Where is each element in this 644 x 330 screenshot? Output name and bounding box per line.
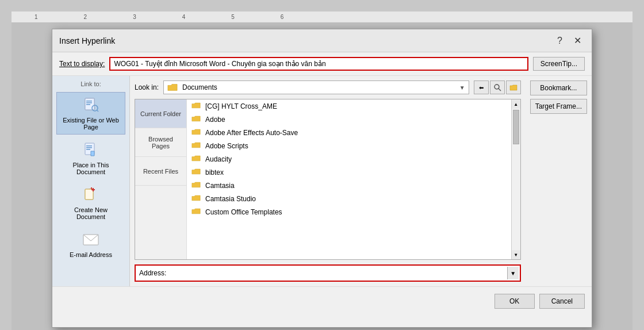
bottom-row: OK Cancel	[52, 286, 592, 313]
list-item[interactable]: Custom Office Templates	[187, 205, 511, 218]
svg-rect-4	[86, 104, 90, 105]
new-folder-icon	[509, 83, 518, 91]
list-item[interactable]: Camtasia	[187, 179, 511, 192]
file-browser: Current Folder Browsed Pages Recent File…	[135, 99, 521, 260]
content-right-panel: Look in: Documents ▼ ⬅	[130, 76, 526, 286]
address-label: Address:	[137, 269, 166, 277]
file-name: Camtasia Studio	[205, 195, 256, 203]
folder-icon	[191, 154, 201, 164]
help-button[interactable]: ?	[554, 34, 566, 47]
ruler: 1 2 3 4 5 6	[12, 11, 632, 23]
list-item[interactable]: bibtex	[187, 166, 511, 179]
folder-icon	[167, 83, 178, 92]
svg-rect-15	[85, 189, 93, 199]
toolbar-buttons: ⬅	[474, 80, 521, 94]
address-dropdown-arrow[interactable]: ▼	[507, 267, 519, 279]
existing-file-label: Existing File or Web Page	[59, 117, 122, 131]
email-label: E-mail Address	[70, 251, 112, 258]
nav-panel: Current Folder Browsed Pages Recent File…	[135, 99, 187, 259]
back-icon: ⬅	[477, 83, 485, 91]
svg-marker-11	[91, 151, 94, 156]
look-in-select[interactable]: Documents ▼	[163, 80, 469, 94]
file-name: Camtasia	[205, 182, 235, 190]
new-folder-button[interactable]	[506, 80, 521, 94]
scroll-thumb[interactable]	[513, 110, 519, 144]
screentip-button[interactable]: ScreenTip...	[533, 57, 585, 71]
svg-text:⬅: ⬅	[479, 85, 484, 91]
list-item[interactable]: Camtasia Studio	[187, 192, 511, 205]
address-row: Address: ▼	[135, 264, 521, 282]
sidebar-item-place-in-doc[interactable]: Place in This Document	[56, 137, 125, 179]
file-name: Custom Office Templates	[205, 208, 282, 216]
email-icon	[82, 231, 100, 249]
folder-icon	[191, 194, 201, 204]
svg-line-22	[499, 89, 501, 91]
svg-line-6	[97, 110, 98, 112]
nav-recent-files[interactable]: Recent Files	[135, 157, 186, 186]
nav-browsed-pages[interactable]: Browsed Pages	[135, 128, 186, 157]
file-name: bibtex	[205, 168, 224, 176]
bookmark-button[interactable]: Bookmark...	[530, 80, 587, 95]
close-button[interactable]: ✕	[570, 34, 585, 47]
dialog-title: Insert Hyperlink	[59, 36, 115, 45]
list-item[interactable]: Audacity	[187, 152, 511, 166]
create-new-icon	[82, 186, 100, 204]
dialog-titlebar: Insert Hyperlink ? ✕	[52, 29, 592, 52]
list-item[interactable]: Adobe After Effects Auto-Save	[187, 126, 511, 139]
list-item[interactable]: [CG] HYLT Cross_AME	[187, 99, 511, 113]
list-item[interactable]: Adobe	[187, 113, 511, 126]
scrollbar[interactable]: ▲ ▼	[511, 99, 520, 259]
address-input[interactable]	[171, 267, 502, 279]
right-action-buttons: Bookmark... Target Frame...	[526, 76, 592, 286]
text-display-input[interactable]	[109, 57, 528, 71]
file-name: Adobe Scripts	[205, 142, 248, 150]
place-in-doc-icon	[82, 141, 100, 159]
file-name: Audacity	[205, 155, 232, 163]
folder-icon	[191, 128, 201, 137]
search-web-button[interactable]	[490, 80, 505, 94]
place-in-doc-label: Place in This Document	[59, 162, 122, 175]
text-display-label: Text to display:	[59, 60, 105, 68]
text-display-row: Text to display: ScreenTip...	[52, 52, 592, 76]
folder-icon	[191, 167, 201, 177]
list-item[interactable]: Adobe Scripts	[187, 139, 511, 152]
sidebar-item-create-new[interactable]: Create New Document	[56, 182, 125, 224]
file-list[interactable]: [CG] HYLT Cross_AME Adobe Adobe After Ef…	[187, 99, 511, 259]
existing-file-icon	[82, 96, 100, 114]
search-icon	[493, 83, 501, 91]
svg-rect-9	[86, 147, 92, 148]
target-frame-button[interactable]: Target Frame...	[530, 99, 587, 114]
sidebar-item-existing-file[interactable]: Existing File or Web Page	[56, 92, 125, 135]
mid-section: Link to:	[52, 76, 592, 286]
svg-rect-8	[86, 145, 92, 147]
file-name: [CG] HYLT Cross_AME	[205, 102, 277, 110]
scroll-down-arrow[interactable]: ▼	[512, 250, 520, 259]
look-in-label: Look in:	[135, 83, 159, 91]
titlebar-controls: ? ✕	[554, 34, 585, 47]
svg-point-21	[494, 85, 499, 89]
svg-rect-3	[86, 102, 92, 103]
file-name: Adobe	[205, 116, 225, 124]
folder-icon	[191, 101, 201, 111]
create-new-label: Create New Document	[59, 206, 122, 220]
look-in-row: Look in: Documents ▼ ⬅	[135, 80, 521, 94]
sidebar-item-email[interactable]: E-mail Address	[56, 227, 125, 262]
insert-hyperlink-dialog: Insert Hyperlink ? ✕ Text to display: Sc…	[52, 29, 592, 328]
link-to-label: Link to:	[55, 80, 127, 87]
nav-current-folder[interactable]: Current Folder	[135, 99, 186, 128]
scroll-track	[512, 109, 520, 250]
svg-rect-2	[86, 101, 92, 102]
content-area: Look in: Documents ▼ ⬅	[130, 76, 526, 286]
cancel-button[interactable]: Cancel	[539, 294, 585, 309]
svg-rect-10	[86, 149, 90, 150]
sidebar: Link to:	[52, 76, 130, 286]
scroll-up-arrow[interactable]: ▲	[512, 99, 520, 109]
file-name: Adobe After Effects Auto-Save	[205, 129, 298, 137]
folder-icon	[191, 114, 201, 124]
back-button[interactable]: ⬅	[474, 80, 489, 94]
folder-icon	[191, 141, 201, 151]
ok-button[interactable]: OK	[494, 294, 535, 309]
folder-icon	[191, 181, 201, 190]
folder-icon	[191, 207, 201, 217]
page-wrapper: 1 2 3 4 5 6 Insert Hyperlink ? ✕ Text to…	[12, 11, 632, 330]
